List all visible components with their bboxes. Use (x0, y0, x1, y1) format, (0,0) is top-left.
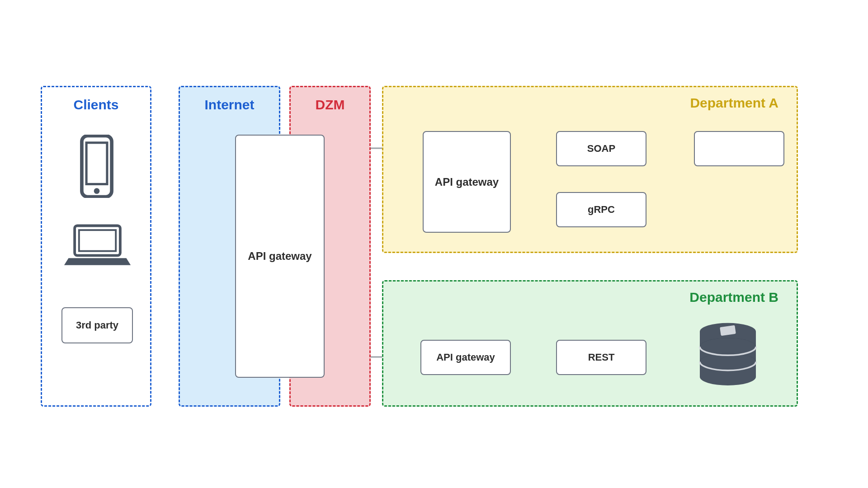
node-third-party: 3rd party (61, 307, 133, 343)
zone-dept-a-title: Department A (690, 95, 778, 111)
node-rest: REST (556, 340, 646, 375)
node-dept-a-blank (694, 131, 784, 166)
node-dept-b-gateway: API gateway (420, 340, 511, 375)
svg-rect-1 (86, 143, 107, 184)
node-dept-a-gateway: API gateway (423, 131, 511, 233)
node-soap: SOAP (556, 131, 646, 166)
svg-point-2 (94, 188, 100, 194)
database-icon (694, 321, 762, 391)
phone-icon (79, 135, 114, 198)
node-main-gateway: API gateway (235, 135, 325, 378)
zone-clients-title: Clients (42, 97, 150, 113)
laptop-icon (62, 221, 132, 271)
svg-rect-4 (79, 230, 116, 251)
node-grpc: gRPC (556, 192, 646, 227)
zone-internet-title: Internet (180, 97, 279, 113)
zone-dept-b-title: Department B (689, 290, 778, 305)
zone-dzm-title: DZM (291, 97, 369, 113)
